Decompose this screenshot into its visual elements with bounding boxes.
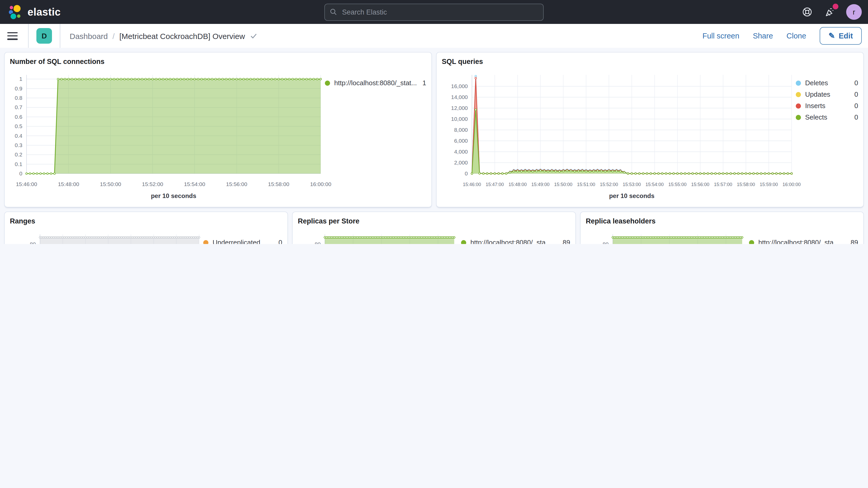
help-button[interactable] bbox=[800, 5, 814, 19]
panel-ranges: Ranges 15:46:0015:48:0015:50:0015:52:001… bbox=[4, 212, 288, 244]
chart-legend: http://localhost:8080/_sta...89 bbox=[461, 227, 570, 244]
legend-series-dot bbox=[796, 92, 801, 97]
svg-text:6,000: 6,000 bbox=[454, 138, 468, 144]
chart-canvas: 15:46:0015:48:0015:50:0015:52:0015:54:00… bbox=[10, 227, 203, 244]
svg-text:2,000: 2,000 bbox=[454, 159, 468, 165]
chart-canvas: 15:46:0015:47:0015:48:0015:49:0015:50:00… bbox=[442, 67, 796, 203]
legend-series-value: 0 bbox=[855, 90, 858, 98]
svg-text:15:58:00: 15:58:00 bbox=[737, 182, 755, 187]
legend-series-dot bbox=[749, 240, 754, 244]
legend-series-label: Selects bbox=[805, 113, 849, 121]
legend-item[interactable]: Selects0 bbox=[796, 112, 858, 122]
legend-item[interactable]: http://localhost:8080/_sta...89 bbox=[749, 238, 858, 244]
legend-series-dot bbox=[461, 240, 466, 244]
svg-text:1: 1 bbox=[19, 76, 22, 82]
search-input[interactable] bbox=[341, 7, 538, 17]
svg-text:15:55:00: 15:55:00 bbox=[669, 182, 687, 187]
svg-text:15:48:00: 15:48:00 bbox=[58, 181, 79, 187]
svg-text:0.2: 0.2 bbox=[15, 152, 22, 157]
legend-series-label: Updates bbox=[805, 90, 849, 98]
legend-series-label: http://localhost:8080/_sta... bbox=[470, 239, 557, 244]
breadcrumb-separator: / bbox=[113, 31, 115, 40]
svg-text:4,000: 4,000 bbox=[454, 149, 468, 155]
legend-series-value: 1 bbox=[423, 79, 426, 87]
legend-item[interactable]: http://localhost:8080/_stat...1 bbox=[325, 78, 426, 88]
panel-title[interactable]: Replica leaseholders bbox=[586, 217, 858, 225]
svg-text:15:47:00: 15:47:00 bbox=[486, 182, 504, 187]
legend-item[interactable]: http://localhost:8080/_sta...89 bbox=[461, 238, 570, 244]
edit-button-label: Edit bbox=[839, 32, 853, 40]
svg-text:0.6: 0.6 bbox=[15, 114, 22, 120]
panel-replicas-per-store: Replicas per Store 15:46:0015:49:0015:52… bbox=[292, 212, 576, 244]
panel-sql-queries: SQL queries 15:46:0015:47:0015:48:0015:4… bbox=[436, 52, 864, 207]
svg-text:80: 80 bbox=[315, 241, 321, 244]
svg-text:80: 80 bbox=[30, 241, 36, 244]
legend-series-label: Underreplicated bbox=[213, 239, 273, 244]
legend-series-dot bbox=[796, 80, 801, 86]
legend-series-value: 0 bbox=[855, 79, 858, 87]
legend-series-dot bbox=[325, 80, 330, 86]
legend-series-value: 89 bbox=[850, 239, 858, 244]
chart-canvas: 15:46:0015:49:0015:52:0015:55:0015:58:00… bbox=[298, 227, 461, 244]
svg-text:15:52:00: 15:52:00 bbox=[600, 182, 618, 187]
page: elastic bbox=[0, 0, 868, 244]
area-chart[interactable]: 15:46:0015:48:0015:50:0015:52:0015:54:00… bbox=[10, 67, 325, 203]
check-icon bbox=[250, 32, 258, 40]
svg-text:0.3: 0.3 bbox=[15, 142, 22, 148]
dashboard-grid: Number of SQL connections 15:46:0015:48:… bbox=[0, 48, 868, 244]
legend-item[interactable]: Inserts0 bbox=[796, 101, 858, 111]
area-chart[interactable]: 15:46:0015:49:0015:52:0015:55:0015:58:00… bbox=[298, 227, 461, 244]
news-feed-button[interactable] bbox=[823, 5, 837, 19]
navbar-right-icons: r bbox=[800, 4, 862, 20]
search-icon bbox=[330, 8, 337, 16]
svg-text:15:54:00: 15:54:00 bbox=[646, 182, 664, 187]
breadcrumb-dashboard-link[interactable]: Dashboard bbox=[70, 31, 108, 40]
space-avatar[interactable]: D bbox=[36, 28, 52, 44]
legend-item[interactable]: Deletes0 bbox=[796, 78, 858, 88]
svg-text:15:49:00: 15:49:00 bbox=[531, 182, 550, 187]
legend-series-dot bbox=[796, 115, 801, 120]
toolbar-divider bbox=[60, 24, 60, 48]
legend-series-label: http://localhost:8080/_stat... bbox=[334, 79, 417, 87]
svg-text:16,000: 16,000 bbox=[451, 83, 468, 89]
toolbar-divider bbox=[28, 24, 29, 48]
svg-text:15:46:00: 15:46:00 bbox=[16, 181, 37, 187]
notification-dot bbox=[833, 4, 838, 9]
svg-text:0: 0 bbox=[19, 171, 22, 177]
area-chart[interactable]: 15:46:0015:49:0015:52:0015:55:0015:58:00… bbox=[586, 227, 749, 244]
legend-series-value: 0 bbox=[279, 239, 282, 244]
full-screen-button[interactable]: Full screen bbox=[703, 32, 739, 40]
elastic-logo-icon bbox=[7, 4, 23, 20]
svg-text:80: 80 bbox=[603, 241, 609, 244]
share-button[interactable]: Share bbox=[753, 32, 773, 40]
legend-item[interactable]: Updates0 bbox=[796, 89, 858, 99]
svg-text:0.1: 0.1 bbox=[15, 161, 22, 167]
svg-text:15:51:00: 15:51:00 bbox=[577, 182, 595, 187]
area-chart[interactable]: 15:46:0015:47:0015:48:0015:49:0015:50:00… bbox=[442, 67, 796, 203]
svg-text:14,000: 14,000 bbox=[451, 94, 468, 100]
menu-toggle-button[interactable] bbox=[7, 32, 18, 40]
legend-item[interactable]: Underreplicated0 bbox=[203, 238, 282, 244]
area-chart[interactable]: 15:46:0015:48:0015:50:0015:52:0015:54:00… bbox=[10, 227, 203, 244]
panel-replica-leaseholders: Replica leaseholders 15:46:0015:49:0015:… bbox=[580, 212, 864, 244]
user-avatar[interactable]: r bbox=[846, 4, 862, 20]
svg-text:15:50:00: 15:50:00 bbox=[100, 181, 121, 187]
panel-title[interactable]: Number of SQL connections bbox=[10, 58, 426, 65]
global-search[interactable] bbox=[324, 3, 544, 21]
svg-text:15:56:00: 15:56:00 bbox=[691, 182, 710, 187]
toolbar-actions: Full screen Share Clone ✎ Edit bbox=[703, 27, 868, 45]
edit-button[interactable]: ✎ Edit bbox=[820, 27, 862, 45]
clone-button[interactable]: Clone bbox=[786, 32, 806, 40]
chart-canvas: 15:46:0015:49:0015:52:0015:55:0015:58:00… bbox=[586, 227, 749, 244]
svg-text:0.9: 0.9 bbox=[15, 86, 22, 91]
brand-wordmark: elastic bbox=[28, 6, 61, 18]
top-navbar: elastic bbox=[0, 0, 868, 24]
legend-series-value: 0 bbox=[855, 102, 858, 110]
svg-text:per 10 seconds: per 10 seconds bbox=[151, 192, 196, 199]
svg-text:15:48:00: 15:48:00 bbox=[508, 182, 527, 187]
panel-title[interactable]: Replicas per Store bbox=[298, 217, 570, 225]
panel-title[interactable]: Ranges bbox=[10, 217, 282, 225]
panel-title[interactable]: SQL queries bbox=[442, 58, 858, 65]
svg-text:15:56:00: 15:56:00 bbox=[226, 181, 247, 187]
elastic-logo-home-link[interactable]: elastic bbox=[0, 4, 61, 20]
